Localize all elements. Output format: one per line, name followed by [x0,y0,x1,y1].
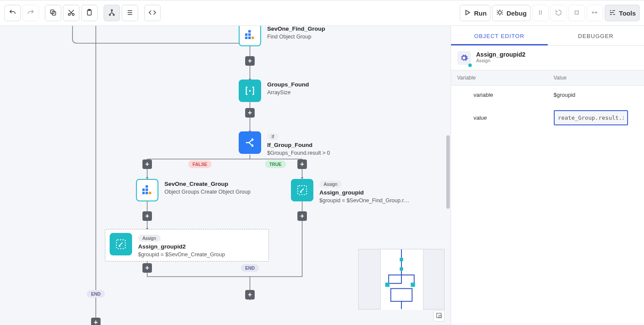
bug-icon [496,9,504,18]
tools-icon [609,9,616,18]
minimap-toggle-button[interactable] [433,310,445,322]
prop-key: value [451,104,548,131]
canvas-scrollbar[interactable] [446,135,450,209]
restart-icon [555,9,562,18]
minimap-icon [436,312,442,320]
debug-button[interactable]: Debug [492,5,530,21]
value-input[interactable] [554,110,628,125]
stop-button[interactable] [568,5,585,21]
add-node-button[interactable]: + [142,263,152,273]
col-variable: Variable [451,70,548,86]
node-type-badge: Assign [138,235,161,242]
add-node-button[interactable]: + [297,159,307,169]
pause-button[interactable] [532,5,549,21]
node-subtitle: $groupid = $SevOne_Create_Group [138,252,225,258]
pause-icon [537,9,544,18]
svg-point-9 [499,11,502,14]
node-assign-groupid2[interactable]: Assign Assign_groupid2 $groupid = $SevOn… [105,229,269,261]
paste-button[interactable] [81,5,98,21]
node-subtitle: ArraySize [267,89,309,96]
right-panel: OBJECT EDITOR DEBUGGER Assign_groupid2 A… [451,26,644,325]
node-groups-found[interactable]: Groups_Found ArraySize [239,80,309,102]
add-node-button[interactable]: + [245,290,255,300]
svg-point-6 [111,10,113,11]
assign-icon [110,233,132,255]
svg-point-18 [249,90,251,92]
svg-point-11 [592,12,593,13]
node-assign-groupid[interactable]: Assign Assign_groupid $groupid = $SevOne… [291,179,412,204]
tab-object-editor[interactable]: OBJECT EDITOR [451,26,548,45]
svg-rect-20 [145,192,148,194]
flow-canvas[interactable]: + + + + + + + + + FALSE TRUE END END Sev… [0,26,451,325]
node-title: SevOne_Find_Group [267,26,325,32]
code-icon [148,9,156,18]
node-type-badge: If [267,133,278,140]
svg-rect-27 [400,258,403,261]
add-node-button[interactable]: + [245,108,255,118]
undo-button[interactable] [4,5,21,21]
svg-point-7 [109,14,110,15]
stop-icon [573,9,581,18]
gear-icon [457,51,471,65]
svg-rect-14 [252,37,254,39]
svg-rect-23 [142,188,145,191]
add-node-button[interactable]: + [142,211,152,221]
col-value: Value [548,70,644,86]
svg-rect-30 [411,283,415,287]
svg-rect-13 [248,37,251,39]
node-title: Assign_groupid [319,189,412,196]
tab-debugger[interactable]: DEBUGGER [548,26,644,45]
prop-row-variable[interactable]: variable $groupid [451,86,644,105]
svg-point-3 [72,13,74,16]
connector-icon [239,26,261,46]
list-view-button[interactable] [122,5,138,21]
selected-object-type: Assign [476,58,525,63]
node-subtitle: $groupid = $SevOne_Find_Group.result.c… [319,198,412,204]
svg-rect-21 [149,192,152,194]
add-node-button[interactable]: + [297,211,307,221]
node-sevone-create-group[interactable]: SevOne_Create_Group Object Groups Create… [136,179,250,201]
node-title: Assign_groupid2 [138,243,225,250]
svg-rect-31 [391,289,412,302]
node-if-group-found[interactable]: If If_Group_Found $Groups_Found.result >… [239,131,330,156]
redo-button[interactable] [22,5,39,21]
svg-rect-15 [248,33,251,36]
minimap[interactable] [358,249,445,309]
add-node-button[interactable]: + [245,56,255,66]
add-node-button[interactable]: + [142,159,152,169]
svg-point-8 [113,14,114,15]
redo-icon [27,9,35,18]
node-title: If_Group_Found [267,142,330,148]
restart-button[interactable] [550,5,567,21]
add-node-button[interactable]: + [91,318,101,325]
node-subtitle: Object Groups Create Object Group [164,189,250,195]
code-view-button[interactable] [144,5,161,21]
svg-point-2 [68,13,70,16]
prop-value: $groupid [548,86,644,105]
tools-button[interactable]: Tools [605,5,640,21]
run-button[interactable]: Run [460,5,490,21]
node-title: Groups_Found [267,81,309,88]
node-sevone-find-group[interactable]: SevOne_Find_Group Find Object Group [239,26,325,46]
top-toolbar: Run Debug Tools [0,0,644,26]
tools-label: Tools [619,10,636,17]
cut-button[interactable] [63,5,79,21]
tree-view-button[interactable] [104,5,120,21]
run-label: Run [474,10,486,17]
prop-row-value[interactable]: value [451,104,644,131]
step-button[interactable] [587,5,603,21]
svg-rect-24 [145,185,148,188]
svg-rect-17 [248,30,251,33]
svg-rect-22 [145,188,148,191]
svg-rect-33 [439,315,441,318]
undo-icon [9,9,16,18]
clipboard-icon [85,9,93,18]
svg-rect-28 [400,267,403,271]
svg-rect-16 [245,33,248,36]
assign-icon [291,179,313,201]
properties-table: Variable Value variable $groupid value [451,70,644,131]
array-size-icon [239,80,261,102]
branch-true-label: TRUE [265,160,286,168]
copy-button[interactable] [45,5,61,21]
play-icon [464,9,471,18]
